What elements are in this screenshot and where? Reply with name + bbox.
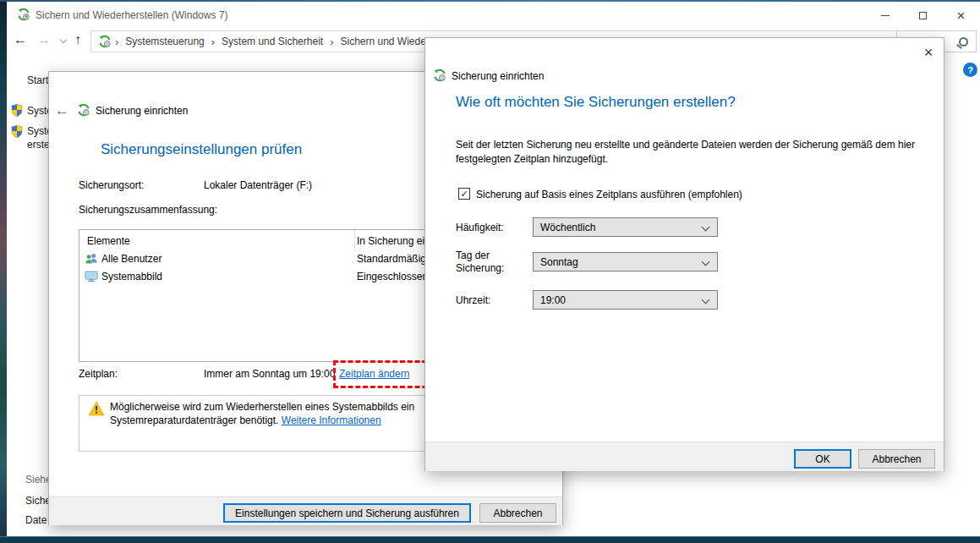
window-top-border <box>0 0 980 2</box>
more-information-link[interactable]: Weitere Informationen <box>282 414 381 426</box>
chevron-down-icon <box>702 296 710 304</box>
backup-day-dropdown[interactable]: Sonntag <box>533 252 718 272</box>
backup-summary-label: Sicherungszusammenfassung: <box>79 204 217 216</box>
frequency-value: Wöchentlich <box>540 222 595 233</box>
save-settings-run-backup-button[interactable]: Einstellungen speichern und Sicherung au… <box>223 503 471 523</box>
dialog-header-title: Sicherung einrichten <box>96 105 188 117</box>
breadcrumb-separator: › <box>112 36 122 48</box>
search-icon <box>959 37 968 47</box>
help-icon[interactable]: ? <box>963 63 977 77</box>
breadcrumb-separator: › <box>326 36 337 48</box>
breadcrumb-app-icon <box>98 35 112 48</box>
close-icon: × <box>957 8 966 23</box>
screen: Sichern und Wiederherstellen (Windows 7)… <box>0 0 980 543</box>
dialog-close-button[interactable]: × <box>916 41 941 63</box>
chevron-down-icon <box>702 223 710 232</box>
frequency-label: Häufigkeit: <box>456 222 504 233</box>
warning-line-1: Möglicherweise wird zum Wiederherstellen… <box>110 401 414 413</box>
sidebar-task-2-line2[interactable]: erste <box>27 139 50 151</box>
dialog2-heading: Wie oft möchten Sie Sicherungen erstelle… <box>456 94 736 111</box>
dialog2-footer: OK Abbrechen <box>425 442 944 471</box>
time-value: 19:00 <box>540 294 566 306</box>
backup-app-icon <box>433 69 446 82</box>
history-chevron-icon[interactable] <box>60 36 67 43</box>
maximize-icon <box>919 12 927 19</box>
schedule-description: Seit der letzten Sicherung neu erstellte… <box>456 138 926 167</box>
users-icon <box>85 252 98 266</box>
backup-day-value: Sonntag <box>540 256 578 268</box>
check-icon: ✓ <box>460 189 468 199</box>
close-button[interactable]: × <box>942 2 980 29</box>
chevron-down-icon <box>702 258 710 266</box>
dialog-back-icon[interactable]: ← <box>55 103 69 118</box>
minimize-icon <box>881 15 890 16</box>
schedule-label: Zeitplan: <box>79 368 118 380</box>
sidebar-link-2[interactable]: Date <box>25 514 47 526</box>
window-title: Sichern und Wiederherstellen (Windows 7) <box>36 9 227 21</box>
table-column-divider <box>354 230 355 250</box>
uac-shield-icon <box>10 103 24 117</box>
backup-day-label: Tag der Sicherung: <box>456 250 510 275</box>
sidebar-item-home[interactable]: Start <box>27 74 48 86</box>
frequency-dropdown[interactable]: Wöchentlich <box>533 217 718 237</box>
cancel-button[interactable]: Abbrechen <box>479 503 556 523</box>
column-header-elemente: Elemente <box>87 235 130 247</box>
taskbar[interactable] <box>0 536 980 543</box>
warning-line-2: Systemreparaturdatenträger benötigt. <box>110 414 282 426</box>
backup-location-value: Lokaler Datenträger (F:) <box>204 179 312 191</box>
titlebar: Sichern und Wiederherstellen (Windows 7)… <box>7 2 980 27</box>
backup-app-icon <box>77 103 90 117</box>
breadcrumb-item-system-und-sicherheit[interactable]: System und Sicherheit <box>218 36 326 47</box>
ok-button[interactable]: OK <box>794 449 851 469</box>
monitor-icon <box>85 270 98 283</box>
dialog1-heading: Sicherungseinstellungen prüfen <box>101 141 302 158</box>
schedule-checkbox[interactable]: ✓ <box>458 188 470 200</box>
maximize-button[interactable] <box>904 2 942 29</box>
up-icon[interactable]: ↑ <box>74 33 81 47</box>
time-dropdown[interactable]: 19:00 <box>533 290 718 310</box>
item-name: Alle Benutzer <box>101 253 162 265</box>
forward-icon[interactable]: → <box>37 33 51 47</box>
dialog-backup-schedule: × Sicherung einrichten Wie oft möchten S… <box>424 37 944 471</box>
uac-shield-icon <box>10 124 24 138</box>
close-icon: × <box>924 44 933 62</box>
column-header-in-sicherung: In Sicherung ei <box>357 235 424 247</box>
desktop-background-strip <box>0 0 7 543</box>
backup-app-icon <box>17 8 30 21</box>
back-icon[interactable]: ← <box>14 33 27 47</box>
time-label: Uhrzeit: <box>456 294 490 306</box>
schedule-value: Immer am Sonntag um 19:00 <box>204 368 335 380</box>
dialog-header-title: Sicherung einrichten <box>452 70 544 82</box>
sidebar-link-1[interactable]: Siche <box>25 495 51 507</box>
breadcrumb-item-systemsteuerung[interactable]: Systemsteuerung <box>122 36 207 47</box>
warning-icon <box>88 401 105 416</box>
minimize-button[interactable] <box>866 2 904 29</box>
dialog1-footer: Einstellungen speichern und Sicherung au… <box>49 496 562 525</box>
schedule-checkbox-label: Sicherung auf Basis eines Zeitplans ausf… <box>476 189 742 200</box>
cancel-button[interactable]: Abbrechen <box>858 449 935 469</box>
breadcrumb-separator: › <box>208 36 218 48</box>
item-name: Systemabbild <box>101 271 162 282</box>
item-status: Eingeschlossen <box>357 271 428 282</box>
backup-location-label: Sicherungsort: <box>79 179 144 191</box>
breadcrumb-item-sichern[interactable]: Sichern und Wieder <box>337 36 432 47</box>
item-status: Standardmäßig <box>357 253 426 265</box>
